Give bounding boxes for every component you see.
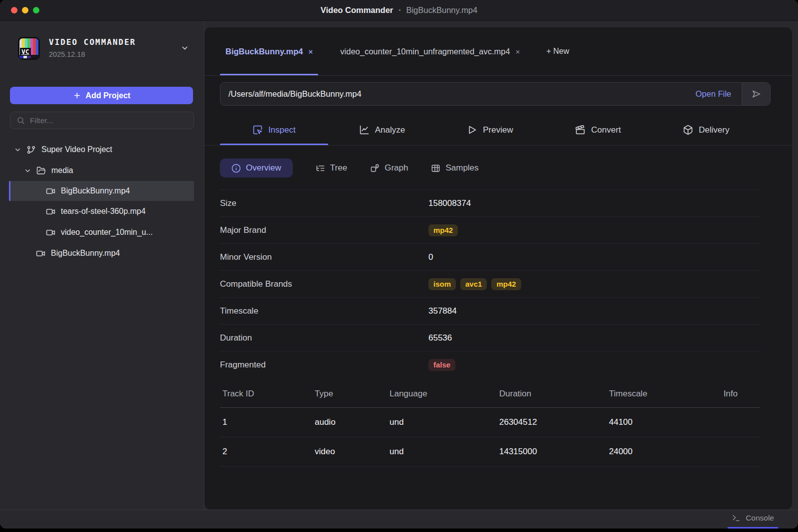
- tracks-table: Track ID Type Language Duration Timescal…: [220, 380, 760, 467]
- file-path-input[interactable]: [220, 83, 685, 105]
- send-icon: [751, 89, 762, 99]
- brand-text: VIDEO COMMANDER 2025.12.18: [49, 37, 136, 58]
- field-row-fragmented: Fragmented false: [220, 352, 760, 378]
- minimize-window-button[interactable]: [22, 7, 28, 13]
- tab-label: Delivery: [699, 125, 729, 135]
- status-badge: false: [428, 359, 455, 371]
- subtab-tree[interactable]: Tree: [316, 163, 347, 173]
- tab-analyze[interactable]: Analyze: [328, 115, 436, 145]
- console-label: Console: [746, 514, 774, 523]
- field-label: Compatible Brands: [220, 279, 428, 289]
- submit-path-button[interactable]: [742, 83, 770, 105]
- filter-box: [10, 112, 194, 129]
- tab-delivery[interactable]: Delivery: [652, 115, 760, 145]
- close-window-button[interactable]: [11, 7, 17, 13]
- file-tab-active[interactable]: BigBuckBunny.mp4 ×: [220, 27, 318, 75]
- video-camera-icon: [46, 207, 55, 216]
- video-camera-icon: [36, 249, 45, 258]
- subtab-overview[interactable]: Overview: [220, 159, 293, 177]
- table-cell: 1: [222, 417, 315, 427]
- field-row-minor-version: Minor Version 0: [220, 244, 760, 271]
- field-label: Major Brand: [220, 225, 428, 235]
- field-value: 65536: [428, 333, 452, 343]
- tab-label: Inspect: [268, 125, 296, 135]
- brand-version: 2025.12.18: [49, 50, 136, 58]
- tab-label: Convert: [591, 125, 621, 135]
- table-cell: und: [390, 447, 499, 457]
- video-camera-icon: [46, 228, 55, 237]
- field-row-major-brand: Major Brand mp42: [220, 217, 760, 244]
- tab-preview[interactable]: Preview: [436, 115, 544, 145]
- column-header: Duration: [499, 389, 609, 399]
- info-icon: [231, 164, 241, 173]
- filter-input[interactable]: [30, 116, 188, 125]
- tree-item-label: Super Video Project: [41, 145, 112, 154]
- subtab-graph[interactable]: Graph: [370, 163, 408, 173]
- plus-icon: [73, 91, 81, 100]
- git-branch-icon: [26, 145, 36, 155]
- tree-item-file[interactable]: tears-of-steel-360p.mp4: [0, 201, 204, 222]
- tree-item-project[interactable]: Super Video Project: [0, 139, 204, 160]
- column-header: Language: [390, 389, 499, 399]
- tree-item-label: BigBuckBunny.mp4: [51, 249, 120, 258]
- brand-badge: isom: [428, 278, 456, 290]
- app-body: VC VIDEO COMMANDER 2025.12.18 Add Projec…: [0, 21, 798, 529]
- field-label: Size: [220, 198, 428, 208]
- tree-item-label: tears-of-steel-360p.mp4: [61, 207, 146, 216]
- brand-badge: mp42: [491, 278, 521, 290]
- table-cell: video: [315, 447, 390, 457]
- tree-item-file-selected[interactable]: BigBuckBunny.mp4: [9, 181, 194, 201]
- brand-badge: avc1: [460, 278, 487, 290]
- app-logo: VC: [18, 37, 40, 60]
- window-title-document: BigBuckBunny.mp4: [406, 5, 477, 15]
- zoom-window-button[interactable]: [33, 7, 39, 13]
- close-icon[interactable]: ×: [516, 47, 520, 56]
- open-file-button[interactable]: Open File: [685, 83, 742, 105]
- table-cell: 44100: [609, 417, 721, 427]
- table-cell: und: [390, 417, 499, 427]
- chevron-down-icon[interactable]: [181, 44, 189, 52]
- tab-convert[interactable]: Convert: [544, 115, 652, 145]
- tree-item-folder-media[interactable]: media: [0, 160, 204, 181]
- new-tab-button[interactable]: + New: [546, 27, 569, 75]
- field-row-duration: Duration 65536: [220, 325, 760, 352]
- file-tab[interactable]: video_counter_10min_unfragmented_avc.mp4…: [335, 27, 525, 75]
- field-row-compatible-brands: Compatible Brands isom avc1 mp42: [220, 271, 760, 298]
- brand-header[interactable]: VC VIDEO COMMANDER 2025.12.18: [0, 21, 204, 60]
- sub-tab-bar: Overview Tree Graph: [220, 159, 760, 177]
- tab-inspect[interactable]: Inspect: [220, 115, 328, 145]
- console-toggle[interactable]: Console: [728, 510, 778, 529]
- table-cell: 14315000: [499, 447, 609, 457]
- tab-label: Preview: [483, 125, 513, 135]
- window-title-app: Video Commander: [321, 5, 393, 15]
- tree-item-label: video_counter_10min_u...: [61, 228, 153, 237]
- add-project-button[interactable]: Add Project: [10, 87, 193, 104]
- table-icon: [431, 164, 440, 173]
- tree-item-file[interactable]: video_counter_10min_u...: [0, 222, 204, 243]
- tab-label: Analyze: [375, 125, 405, 135]
- table-cell: 26304512: [499, 417, 609, 427]
- main-panel: BigBuckBunny.mp4 × video_counter_10min_u…: [204, 27, 792, 510]
- table-cell: 24000: [609, 447, 721, 457]
- column-header: Info: [721, 389, 758, 399]
- tree-item-file[interactable]: BigBuckBunny.mp4: [0, 243, 204, 264]
- table-header-row: Track ID Type Language Duration Timescal…: [220, 380, 760, 408]
- close-icon[interactable]: ×: [309, 47, 313, 56]
- field-label: Fragmented: [220, 360, 428, 370]
- chevron-down-icon[interactable]: [14, 146, 21, 154]
- status-bar: Console: [0, 510, 798, 529]
- window-title: Video Commander • BigBuckBunny.mp4: [321, 5, 477, 15]
- table-cell: 2: [222, 447, 315, 457]
- traffic-lights: [11, 7, 39, 13]
- field-row-size: Size 158008374: [220, 190, 760, 217]
- add-project-label: Add Project: [86, 91, 131, 100]
- tree-item-label: BigBuckBunny.mp4: [61, 186, 130, 195]
- app-window: Video Commander • BigBuckBunny.mp4 VC VI…: [0, 0, 798, 529]
- subtab-label: Graph: [385, 163, 408, 173]
- column-header: Track ID: [222, 389, 315, 399]
- clapperboard-icon: [575, 125, 586, 135]
- chevron-down-icon[interactable]: [24, 167, 31, 175]
- field-label: Timescale: [220, 306, 428, 316]
- table-cell: audio: [315, 417, 390, 427]
- subtab-samples[interactable]: Samples: [431, 163, 478, 173]
